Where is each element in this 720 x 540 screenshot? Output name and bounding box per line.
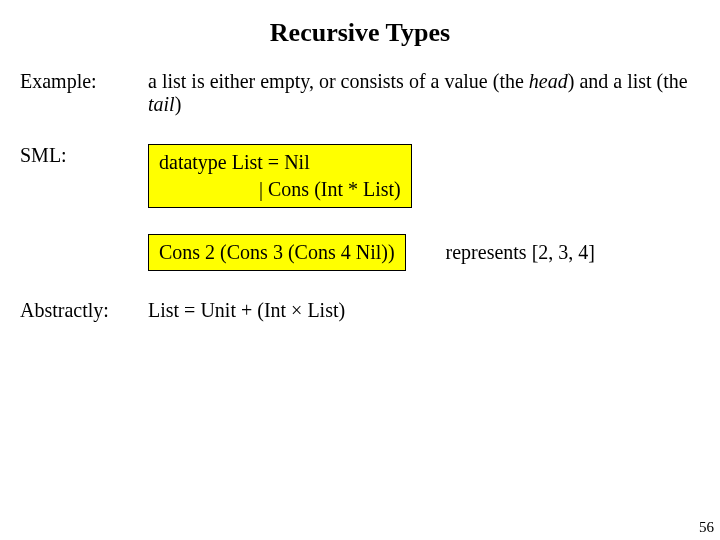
cons-example-row: Cons 2 (Cons 3 (Cons 4 Nil)) represents … <box>148 234 700 271</box>
datatype-code: datatype List = Nil | Cons (Int * List) <box>148 144 412 208</box>
sml-content: datatype List = Nil | Cons (Int * List) … <box>148 144 700 271</box>
cons-expression: Cons 2 (Cons 3 (Cons 4 Nil)) <box>148 234 406 271</box>
slide: Recursive Types Example: a list is eithe… <box>0 0 720 540</box>
example-text: a list is either empty, or consists of a… <box>148 70 700 116</box>
code-line-1: datatype List = Nil <box>159 149 401 176</box>
slide-title: Recursive Types <box>20 18 700 48</box>
example-part3: ) <box>175 93 182 115</box>
example-part2: ) and a list (the <box>568 70 688 92</box>
abstractly-text: List = Unit + (Int × List) <box>148 299 700 322</box>
example-row: Example: a list is either empty, or cons… <box>20 70 700 116</box>
example-part1: a list is either empty, or consists of a… <box>148 70 529 92</box>
represents-text: represents [2, 3, 4] <box>446 241 595 264</box>
code-line-2: | Cons (Int * List) <box>159 176 401 203</box>
abstractly-label: Abstractly: <box>20 299 148 322</box>
sml-label: SML: <box>20 144 148 167</box>
abstractly-row: Abstractly: List = Unit + (Int × List) <box>20 299 700 322</box>
page-number: 56 <box>699 519 714 536</box>
spacer <box>148 208 700 234</box>
head-term: head <box>529 70 568 92</box>
example-label: Example: <box>20 70 148 93</box>
sml-row: SML: datatype List = Nil | Cons (Int * L… <box>20 144 700 271</box>
tail-term: tail <box>148 93 175 115</box>
